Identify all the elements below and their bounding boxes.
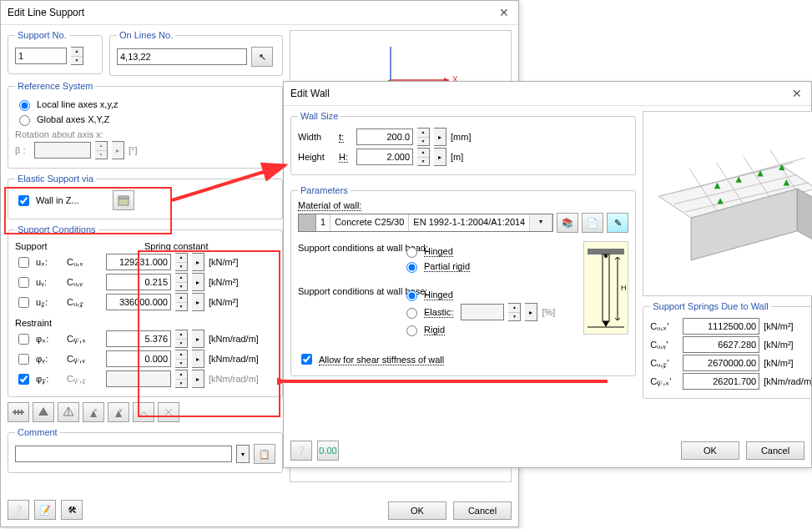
phix-unit: [kNm/rad/m] [209, 334, 259, 344]
ew-ok-button[interactable]: OK [681, 441, 739, 460]
els-titlebar: Edit Line Support ✕ [1, 1, 518, 25]
support-header: Support [15, 241, 140, 251]
edit-wall-button[interactable] [113, 190, 134, 210]
phiy-spring-input[interactable] [106, 350, 171, 367]
svg-rect-3 [14, 410, 16, 415]
spring-cuz-unit: [kN/m²] [764, 358, 793, 368]
els-title: Edit Line Support [8, 1, 84, 24]
ew-title: Edit Wall [290, 82, 330, 105]
beta-spinner: ▲▼ [95, 141, 108, 159]
comment-input[interactable] [15, 446, 232, 462]
svg-text:x: x [94, 407, 97, 412]
beta-unit: [°] [129, 145, 138, 155]
height-input[interactable] [356, 149, 413, 165]
material-library-button[interactable]: 📚 [557, 213, 578, 233]
width-pick[interactable]: ▸ [434, 128, 446, 146]
material-combo[interactable]: 1 Concrete C25/30 EN 1992-1-1:2004/A1:20… [298, 214, 553, 232]
comment-pick-button[interactable]: 📋 [254, 444, 275, 464]
ew-cancel-button[interactable]: Cancel [746, 441, 804, 460]
height-pick[interactable]: ▸ [434, 148, 446, 166]
head-hinged-radio[interactable] [406, 247, 417, 258]
base-hinged-radio[interactable] [406, 290, 417, 301]
svg-rect-23 [588, 249, 624, 254]
local-axes-radio[interactable] [19, 100, 30, 111]
uz-checkbox[interactable] [18, 297, 29, 308]
base-elastic-radio[interactable] [406, 308, 417, 319]
phiy-checkbox[interactable] [18, 354, 29, 365]
height-spin[interactable]: ▲▼ [417, 148, 430, 166]
phiz-checkbox[interactable] [18, 374, 29, 385]
material-index: 1 [316, 214, 330, 231]
comment-dropdown[interactable]: ▾ [236, 445, 250, 463]
beta-input [34, 142, 91, 159]
ux-spin[interactable]: ▲▼ [175, 253, 188, 271]
phix-spin[interactable]: ▲▼ [175, 330, 188, 348]
uy-spin[interactable]: ▲▼ [175, 273, 188, 291]
head-partial-radio[interactable] [406, 262, 417, 273]
toolbar-btn-2[interactable] [33, 402, 54, 422]
ux-pick[interactable]: ▸ [192, 253, 204, 271]
ew-units-button[interactable]: 0.00 [317, 441, 339, 461]
ew-help-button[interactable]: ❔ [290, 441, 312, 461]
phiy-unit: [kNm/rad/m] [209, 354, 259, 364]
spring-cuy-sym: Cᵤ,ᵧ' [650, 340, 678, 350]
support-no-input[interactable] [15, 48, 67, 64]
close-icon[interactable]: ✕ [493, 4, 515, 21]
width-spin[interactable]: ▲▼ [417, 128, 430, 146]
notes-button[interactable]: 📝 [34, 500, 56, 520]
svg-text:y: y [119, 407, 122, 412]
support-no-group: Support No. ▲▼ [8, 30, 103, 74]
head-conditions-label: Support conditions at wall head: [298, 243, 398, 253]
toolbar-btn-6 [133, 402, 154, 422]
phiy-spin[interactable]: ▲▼ [175, 350, 188, 368]
phix-spring-input[interactable] [106, 330, 171, 347]
uz-spin[interactable]: ▲▼ [175, 293, 188, 311]
ok-button[interactable]: OK [388, 501, 446, 520]
wall-size-group: Wall Size Width t: ▲▼ ▸ [mm] Height H: ▲… [290, 111, 636, 175]
support-no-spinner[interactable]: ▲▼ [71, 47, 83, 65]
height-label: Height [298, 152, 335, 162]
base-rigid-radio[interactable] [406, 325, 417, 336]
tools-button[interactable]: 🛠 [61, 500, 83, 520]
phix-pick[interactable]: ▸ [192, 330, 204, 348]
uy-unit: [kN/m²] [209, 277, 238, 287]
svg-text:H: H [621, 284, 627, 292]
wall-in-z-checkbox[interactable] [18, 195, 29, 206]
uz-pick[interactable]: ▸ [192, 293, 204, 311]
toolbar-btn-1[interactable] [8, 402, 29, 422]
height-unit: [m] [451, 152, 463, 162]
spring-cuz-val [683, 355, 759, 371]
phix-checkbox[interactable] [18, 334, 29, 345]
uy-pick[interactable]: ▸ [192, 273, 204, 291]
toolbar-btn-3[interactable] [58, 402, 79, 422]
phix-sym: C𝜑,ₓ [67, 334, 102, 345]
material-new-button[interactable]: 📄 [582, 213, 603, 233]
toolbar-btn-5[interactable]: y [108, 402, 129, 422]
height-sym: H: [339, 152, 348, 163]
spring-cphi-val [683, 373, 759, 390]
support-springs-legend: Support Springs Due to Wall [650, 301, 770, 311]
head-hinged-label: Hinged [424, 246, 453, 256]
uz-spring-input[interactable] [106, 294, 171, 310]
on-lines-input[interactable] [117, 48, 247, 65]
ux-checkbox[interactable] [18, 257, 29, 268]
cancel-button[interactable]: Cancel [453, 501, 512, 520]
wall-icon [118, 194, 129, 206]
toolbar-btn-4[interactable]: x [83, 402, 104, 422]
spring-cux-val [683, 318, 759, 335]
global-axes-radio[interactable] [19, 115, 30, 126]
material-edit-button[interactable]: ✎ [607, 213, 628, 233]
restraint-row-phix: φₓ: C𝜑,ₓ ▲▼ ▸ [kNm/rad/m] [15, 330, 275, 348]
uy-spring-input[interactable] [106, 274, 171, 290]
close-icon[interactable]: ✕ [786, 85, 808, 102]
svg-rect-1 [119, 196, 129, 199]
phiy-pick[interactable]: ▸ [192, 350, 204, 368]
width-input[interactable] [356, 128, 413, 145]
material-dropdown-icon[interactable]: ▾ [530, 214, 552, 231]
shear-stiffness-checkbox[interactable] [301, 354, 312, 365]
ux-spring-input[interactable] [106, 254, 171, 270]
pick-lines-button[interactable]: ↖ [251, 47, 273, 67]
ew-titlebar: Edit Wall ✕ [284, 82, 811, 106]
uy-checkbox[interactable] [18, 277, 29, 288]
help-button[interactable]: ❔ [8, 500, 29, 520]
